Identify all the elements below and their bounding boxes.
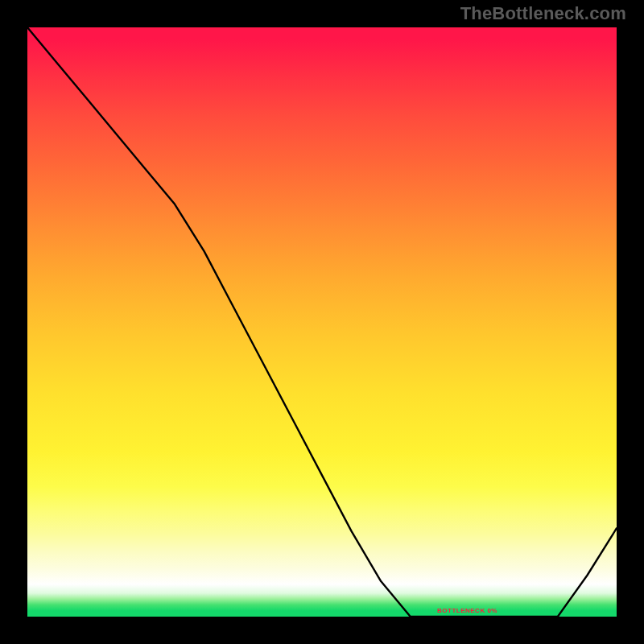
plot-area: BOTTLENECK 0%: [27, 27, 617, 617]
curve-svg: [27, 27, 617, 617]
watermark-text: TheBottleneck.com: [460, 3, 626, 24]
flat-segment-label: BOTTLENECK 0%: [437, 607, 497, 614]
bottleneck-curve: [27, 27, 617, 617]
chart-frame: TheBottleneck.com BOTTLENECK 0%: [0, 0, 644, 644]
